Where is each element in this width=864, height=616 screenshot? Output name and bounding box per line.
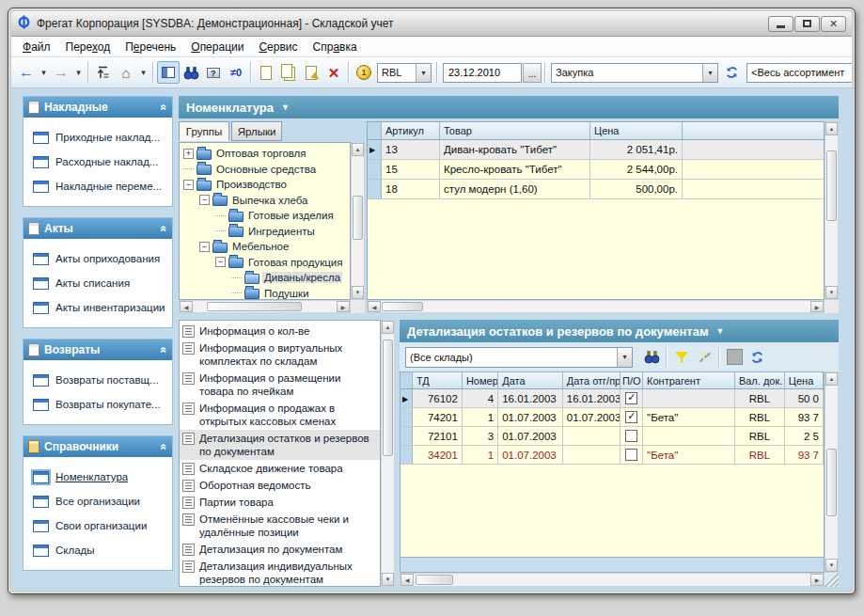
tree-node[interactable]: Ингредиенты	[180, 224, 350, 240]
tree-horizontal-scrollbar[interactable]	[179, 300, 351, 313]
date-picker-button[interactable]: ...	[523, 63, 542, 83]
products-vertical-scrollbar[interactable]	[825, 121, 839, 300]
column-header[interactable]: Номер	[463, 372, 498, 388]
currency-select[interactable]: RBL ▾	[377, 63, 432, 83]
warehouse-filter-select[interactable]: (Все склады) ▾	[405, 347, 633, 368]
dropdown-arrow-icon[interactable]: ▼	[716, 326, 725, 336]
expand-toggle[interactable]: −	[199, 195, 210, 205]
po-checkbox[interactable]	[625, 430, 637, 442]
dropdown-arrow-icon[interactable]: ▼	[281, 103, 290, 112]
edit-button[interactable]	[300, 61, 322, 84]
scroll-down-icon[interactable]	[382, 573, 394, 586]
column-header[interactable]: Контрагент	[643, 372, 735, 388]
expand-toggle[interactable]: −	[199, 242, 210, 252]
sidebar-group-header[interactable]: Накладные«	[24, 97, 172, 118]
expand-toggle[interactable]: +	[183, 149, 194, 159]
date-input[interactable]: 23.12.2010	[443, 63, 522, 83]
sidebar-item[interactable]: Акты оприходования	[33, 246, 168, 271]
home-button[interactable]: ⌂	[115, 61, 137, 84]
scroll-down-icon[interactable]	[825, 286, 838, 299]
sidebar-item[interactable]: Свои организации	[33, 513, 168, 538]
product-row[interactable]: 15Кресло-кровать "Тибет"2 544,00р.	[368, 160, 824, 180]
details-row[interactable]: 34201101.07.2003"Бета"RBL93 7	[401, 446, 824, 465]
scroll-left-icon[interactable]	[180, 301, 193, 312]
scroll-up-icon[interactable]	[382, 321, 394, 334]
close-button[interactable]: ✕	[821, 16, 846, 32]
list-item[interactable]: Информация о кол-ве	[180, 323, 380, 340]
scroll-down-icon[interactable]	[825, 559, 838, 572]
nomenclature-header[interactable]: Номенклатура ▼	[179, 96, 839, 118]
details-vertical-scrollbar[interactable]	[825, 371, 839, 573]
sidebar-item[interactable]: Все организации	[33, 489, 168, 513]
up-level-button[interactable]	[92, 61, 115, 84]
list-item[interactable]: Отменённые кассовые чеки и удалённые поз…	[180, 511, 380, 541]
scroll-up-icon[interactable]	[352, 143, 364, 156]
menu-item-3[interactable]: Операции	[183, 39, 251, 55]
window-titlebar[interactable]: Фрегат Корпорация [SYSDBA: Демонстрацион…	[11, 11, 852, 37]
collapse-chevron-icon[interactable]: «	[159, 226, 170, 232]
menu-item-0[interactable]: Файл	[15, 39, 58, 55]
scrollbar-thumb[interactable]	[826, 150, 837, 221]
tree-node[interactable]: −Мебельное	[180, 239, 350, 255]
expand-toggle[interactable]: −	[215, 257, 226, 267]
color-legend-button[interactable]	[723, 346, 746, 369]
reports-vertical-scrollbar[interactable]	[381, 320, 395, 587]
toggle-sidebar-button[interactable]	[157, 61, 180, 84]
filter-help-button[interactable]	[202, 61, 225, 84]
back-dropdown[interactable]: ▾	[38, 61, 50, 84]
delete-button[interactable]: ✕	[322, 61, 345, 84]
scroll-right-icon[interactable]	[810, 574, 824, 586]
details-row[interactable]: 74201101.07.200301.07.2003"Бета"RBL93 7	[401, 408, 824, 427]
assortment-select[interactable]: <Весь ассортимент ▾	[746, 63, 852, 83]
product-row[interactable]: 18стул модерн (1,60)500,00р.	[368, 180, 824, 199]
new-button[interactable]	[255, 61, 277, 84]
clear-filter-button[interactable]	[693, 346, 715, 369]
forward-button[interactable]: →	[50, 61, 72, 84]
scrollbar-thumb[interactable]	[382, 302, 423, 311]
column-header[interactable]: ТД	[413, 372, 463, 388]
forward-dropdown[interactable]: ▾	[72, 61, 85, 84]
po-checkbox[interactable]	[625, 411, 637, 423]
tree-node[interactable]: −Выпечка хлеба	[180, 193, 350, 209]
scroll-right-icon[interactable]	[810, 301, 824, 312]
scrollbar-thumb[interactable]	[383, 340, 393, 456]
menu-item-4[interactable]: Сервис	[251, 39, 305, 55]
sidebar-group-header[interactable]: Возвраты«	[24, 340, 172, 360]
scrollbar-thumb[interactable]	[207, 302, 302, 311]
menu-item-1[interactable]: Переход	[58, 39, 118, 55]
menu-item-2[interactable]: Перечень	[118, 39, 183, 55]
nonzero-filter-button[interactable]: ≠0	[225, 61, 247, 84]
expand-toggle[interactable]: −	[183, 180, 194, 190]
tab-1[interactable]: Ярлыки	[231, 121, 282, 141]
scrollbar-thumb[interactable]	[353, 196, 363, 239]
list-item[interactable]: Информация о продажах в открытых кассовы…	[180, 400, 380, 430]
list-item[interactable]: Детализация остатков и резервов по докум…	[180, 430, 380, 460]
refresh-button[interactable]	[720, 61, 743, 84]
back-button[interactable]: ←	[15, 61, 38, 84]
po-checkbox[interactable]	[625, 392, 637, 404]
scroll-left-icon[interactable]	[401, 574, 414, 586]
sidebar-item[interactable]: Возвраты поставщ...	[33, 368, 168, 392]
scroll-left-icon[interactable]	[368, 301, 381, 312]
sidebar-item[interactable]: Возвраты покупате...	[33, 392, 168, 417]
po-checkbox[interactable]	[625, 449, 637, 461]
size-grip[interactable]	[825, 573, 839, 587]
find-button[interactable]	[640, 346, 663, 369]
sidebar-item[interactable]: Акты инвентаризации	[33, 295, 168, 320]
scroll-down-icon[interactable]	[352, 286, 364, 299]
column-header[interactable]: Цена	[590, 122, 683, 139]
details-row[interactable]: 76102416.01.200316.01.2003RBL50 0	[401, 389, 824, 408]
column-header[interactable]: Цена	[785, 372, 824, 388]
list-item[interactable]: Партии товара	[180, 494, 380, 511]
column-header[interactable]: П/О	[621, 372, 643, 388]
minimize-button[interactable]	[768, 16, 793, 32]
product-row[interactable]: 13Диван-кровать "Тибет"2 051,41р.	[368, 140, 824, 160]
scrollbar-thumb[interactable]	[416, 575, 453, 585]
sidebar-item[interactable]: Акты списания	[33, 271, 168, 295]
scroll-right-icon[interactable]	[337, 301, 350, 312]
column-header[interactable]: Дата отг/пр	[563, 372, 621, 388]
list-item[interactable]: Оборотная ведомость	[180, 477, 380, 494]
products-horizontal-scrollbar[interactable]	[367, 300, 825, 313]
list-item[interactable]: Детализация индивидуальных резервов по д…	[180, 558, 380, 587]
sidebar-item[interactable]: Склады	[33, 538, 168, 562]
